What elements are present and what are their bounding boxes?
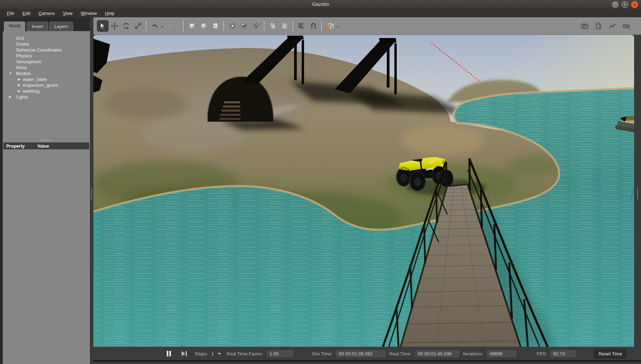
- reset-time-button[interactable]: Reset Time: [594, 349, 626, 358]
- view-angle-cube-icon: [326, 21, 335, 30]
- log-data-button[interactable]: LOG: [593, 20, 604, 32]
- view-angle-button[interactable]: [324, 20, 336, 32]
- menu-view[interactable]: View: [59, 10, 76, 17]
- tab-world[interactable]: World: [3, 21, 26, 32]
- tree-item-gui[interactable]: GUI: [3, 35, 90, 41]
- tree-item-inspection-geom[interactable]: inspection_geom: [3, 82, 90, 88]
- copy-icon: [269, 22, 277, 30]
- sphere-tool-button[interactable]: [198, 20, 210, 32]
- toolbar-right-group: LOG: [579, 20, 632, 32]
- expander-right-icon[interactable]: [9, 94, 14, 100]
- steps-caret[interactable]: [218, 353, 221, 356]
- tree-item-wind[interactable]: Wind: [3, 65, 90, 71]
- fps-value: 62.73: [550, 350, 576, 357]
- tab-layers[interactable]: Layers: [49, 22, 73, 32]
- directional-light-icon: [252, 22, 260, 30]
- close-button[interactable]: [631, 1, 638, 8]
- menu-window[interactable]: Window: [77, 10, 100, 17]
- translate-tool-button[interactable]: [109, 20, 120, 32]
- fps-label: FPS:: [537, 351, 547, 356]
- steps-value[interactable]: 1: [211, 351, 214, 356]
- left-panel: World Insert Layers GUI Scene Spherical …: [0, 17, 90, 364]
- log-document-icon: LOG: [594, 22, 603, 30]
- statusbar-divider: [93, 360, 641, 362]
- view-angle-caret[interactable]: [336, 26, 339, 29]
- property-column-header[interactable]: Property: [3, 143, 37, 149]
- redo-arrow-icon: [167, 22, 175, 30]
- titlebar[interactable]: Gazebo: [0, 0, 641, 9]
- menu-help[interactable]: Help: [102, 10, 118, 17]
- menu-file[interactable]: File: [3, 10, 18, 17]
- sim-time-value: 00 00:01:39.392: [336, 350, 386, 357]
- left-splitter[interactable]: [90, 17, 93, 364]
- scale-tool-button[interactable]: [132, 20, 144, 32]
- select-tool-button[interactable]: [97, 20, 109, 32]
- tree-item-lights[interactable]: Lights: [3, 94, 90, 100]
- step-button[interactable]: [180, 349, 189, 358]
- magnet-icon: [309, 22, 318, 30]
- expander-down-icon[interactable]: [9, 71, 14, 76]
- align-button[interactable]: [296, 20, 308, 32]
- minimize-button[interactable]: [612, 1, 619, 8]
- value-column-header[interactable]: Value: [37, 143, 49, 149]
- expander-right-icon[interactable]: [18, 88, 23, 94]
- point-light-button[interactable]: [227, 20, 238, 32]
- snap-button[interactable]: [308, 20, 319, 32]
- align-icon: [297, 22, 306, 30]
- gazebo-window: Gazebo File Edit Camera View Window Help…: [0, 0, 641, 364]
- expander-right-icon[interactable]: [18, 82, 23, 88]
- record-video-button[interactable]: [620, 20, 632, 32]
- rotate-tool-button[interactable]: [120, 20, 132, 32]
- plot-line-icon: [608, 22, 617, 30]
- toolbar-separator: [183, 21, 184, 31]
- move-arrows-icon: [110, 22, 119, 30]
- maximize-button[interactable]: [621, 1, 629, 8]
- world-tree-panel: GUI Scene Spherical Coordinates Physics …: [3, 31, 90, 364]
- svg-text:LOG: LOG: [596, 24, 601, 26]
- undo-button[interactable]: [149, 20, 161, 32]
- undo-history-caret[interactable]: [161, 26, 164, 29]
- tree-item-water-table[interactable]: water_table: [3, 76, 90, 82]
- pause-button[interactable]: [164, 349, 173, 358]
- window-title: Gazebo: [0, 1, 641, 7]
- undo-arrow-icon: [151, 22, 159, 30]
- property-table-header: Property Value: [3, 142, 89, 149]
- menubar: File Edit Camera View Window Help: [0, 9, 641, 17]
- viewport-3d[interactable]: [93, 35, 634, 347]
- pause-icon: [166, 350, 172, 357]
- expander-right-icon[interactable]: [18, 76, 23, 82]
- redo-button[interactable]: [165, 20, 177, 32]
- camera-icon: [580, 22, 589, 30]
- tree-item-spherical-coordinates[interactable]: Spherical Coordinates: [3, 47, 90, 53]
- paste-icon: [281, 22, 289, 30]
- spot-light-button[interactable]: [238, 20, 250, 32]
- right-splitter[interactable]: [634, 35, 641, 347]
- menu-edit[interactable]: Edit: [19, 10, 34, 17]
- screenshot-button[interactable]: [579, 20, 590, 32]
- scale-arrows-icon: [134, 22, 142, 30]
- tab-insert[interactable]: Insert: [27, 22, 48, 32]
- statusbar: Steps: 1 Real Time Factor: 1.00 Sim Time…: [93, 347, 641, 364]
- cylinder-tool-button[interactable]: [210, 20, 221, 32]
- copy-button[interactable]: [267, 20, 279, 32]
- tree-item-warthog[interactable]: warthog: [3, 88, 90, 94]
- menu-camera[interactable]: Camera: [35, 10, 58, 17]
- video-camera-icon: [622, 22, 631, 30]
- toolbar-separator: [293, 21, 294, 31]
- rotate-arrows-icon: [122, 22, 130, 30]
- tree-item-atmosphere[interactable]: Atmosphere: [3, 59, 90, 65]
- paste-button[interactable]: [279, 20, 291, 32]
- box-tool-button[interactable]: [186, 20, 198, 32]
- plot-button[interactable]: [606, 20, 618, 32]
- cylinder-icon: [211, 22, 220, 30]
- panel-splitter-handle[interactable]: [42, 140, 51, 141]
- redo-history-caret[interactable]: [177, 26, 180, 29]
- tree-item-models[interactable]: Models: [3, 71, 90, 76]
- real-time-value: 00 00:01:40.436: [415, 350, 459, 357]
- spot-light-icon: [240, 22, 248, 30]
- iterations-value: 49696: [487, 350, 516, 357]
- directional-light-button[interactable]: [250, 20, 262, 32]
- tree-item-physics[interactable]: Physics: [3, 53, 90, 59]
- cube-icon: [188, 22, 196, 30]
- tree-item-scene[interactable]: Scene: [3, 41, 90, 47]
